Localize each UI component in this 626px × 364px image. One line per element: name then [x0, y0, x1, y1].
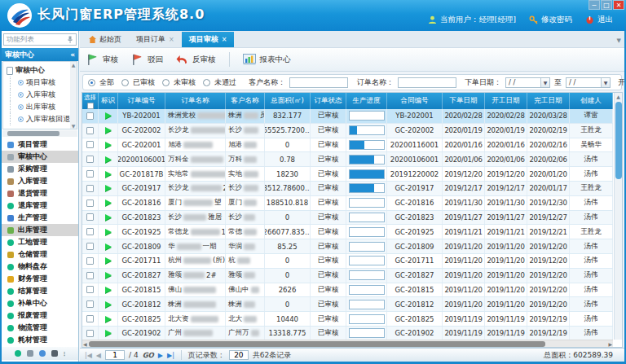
sidebar-item[interactable]: 工地管理: [2, 236, 78, 248]
pin-icon[interactable]: [67, 36, 73, 43]
sidebar-item[interactable]: 退货管理: [2, 187, 78, 200]
scroll-right-icon[interactable]: ▶: [608, 340, 612, 348]
table-row[interactable]: GC-201825 北大资 北大 10440 已审核 GC-201825 201…: [82, 312, 613, 327]
row-checkbox[interactable]: [86, 141, 94, 148]
sidebar-item[interactable]: 仓储管理: [2, 248, 78, 261]
prev-page-button[interactable]: ◀: [96, 352, 101, 359]
tree-item[interactable]: 项目审核: [10, 77, 68, 89]
header-contract-no[interactable]: 合同编号: [387, 93, 443, 109]
close-button[interactable]: ✕: [613, 0, 624, 10]
sidebar-item[interactable]: 财务管理: [2, 273, 78, 285]
header-creator[interactable]: 创建人: [570, 93, 613, 109]
row-checkbox[interactable]: [86, 257, 94, 265]
scroll-thumb[interactable]: [89, 341, 545, 347]
row-checkbox[interactable]: [86, 156, 94, 163]
row-checkbox[interactable]: [86, 200, 94, 207]
sidebar-item[interactable]: 生产管理: [2, 212, 78, 224]
table-row[interactable]: GC-202002 长沙龙 长沙 65525.7200… 已审核 GC-2020…: [82, 124, 613, 138]
table-row[interactable]: GC-202001 旭港 旭港 0 已审核 20200116001 2020/0…: [82, 138, 613, 153]
tab-project-orders[interactable]: 项目订单 ×: [129, 32, 182, 47]
table-row[interactable]: GC-201827 雅颂2# 雅颂 0 已审核 GC-201827 2019/1…: [82, 269, 613, 283]
minimize-button[interactable]: ─: [589, 0, 600, 10]
sidebar-item[interactable]: 补单中心: [2, 297, 78, 309]
page-number-input[interactable]: [105, 350, 125, 360]
tree-root[interactable]: 审核中心: [7, 64, 68, 77]
first-page-button[interactable]: |◀: [85, 352, 92, 359]
sidebar-item[interactable]: 项目管理: [2, 138, 78, 151]
audit-button[interactable]: 审核: [86, 54, 118, 66]
table-row[interactable]: GC-201823 长沙雅居 长沙 0 已审核 GC-201823 2019/1…: [82, 211, 613, 226]
order-date-to-picker[interactable]: / /▼: [566, 77, 611, 88]
tab-project-audit[interactable]: 项目审核 ×: [182, 32, 235, 47]
table-row[interactable]: GC-201812 株洲 株洲 0 已审核 GC-201812 2019/11/…: [82, 297, 613, 312]
tab-home[interactable]: 起始页: [82, 32, 129, 47]
header-order-no[interactable]: 订单编号: [118, 93, 165, 109]
tab-overflow-icon[interactable]: ▼: [617, 37, 621, 44]
next-page-button[interactable]: ▶: [158, 352, 163, 359]
sidebar-item[interactable]: 耗材管理: [2, 334, 78, 346]
table-vertical-scrollbar[interactable]: ▲: [614, 93, 622, 340]
row-checkbox[interactable]: [86, 228, 94, 235]
row-checkbox[interactable]: [86, 170, 94, 178]
collapse-icon[interactable]: «: [70, 50, 75, 59]
sidebar-item[interactable]: 采购管理: [2, 163, 78, 175]
tree-horizontal-scrollbar[interactable]: [2, 130, 77, 137]
row-checkbox[interactable]: [86, 300, 94, 308]
table-row[interactable]: GC-201902 广州 广州万 13318.775 已审核 GC-201902…: [82, 327, 613, 340]
maximize-button[interactable]: □: [601, 0, 612, 10]
row-checkbox[interactable]: [86, 243, 94, 250]
row-checkbox[interactable]: [86, 330, 94, 337]
table-row[interactable]: YB-202001 株洲党校 株洲员… 832.177 已审核 YB-20200…: [82, 109, 613, 124]
header-order-name[interactable]: 订单名称: [165, 93, 226, 109]
order-date-from-picker[interactable]: / /▼: [505, 77, 550, 88]
row-checkbox[interactable]: [86, 315, 94, 322]
radio-audited[interactable]: [121, 79, 129, 86]
footer-pen-icon[interactable]: [39, 350, 46, 357]
table-row[interactable]: GC-201809 华一期 华润 85.25 已审核 GC-201809 201…: [82, 239, 613, 254]
tree-item[interactable]: 入库审核: [10, 89, 68, 101]
sidebar-item[interactable]: 结算管理: [2, 285, 78, 297]
sidebar-item[interactable]: 物流管理: [2, 322, 78, 334]
select-all-checkbox[interactable]: [87, 103, 94, 109]
sidebar-item[interactable]: 入库管理: [2, 175, 78, 187]
unaudit-button[interactable]: 反审核: [176, 55, 216, 65]
row-checkbox[interactable]: [86, 112, 94, 120]
radio-rejected[interactable]: [203, 79, 210, 86]
header-status[interactable]: 订单状态: [311, 93, 346, 109]
footer-dot-icon[interactable]: [15, 350, 21, 357]
table-row[interactable]: GC-201816 厦门望 厦门 188510.818 已审核 GC-20181…: [82, 196, 613, 211]
header-area[interactable]: 总面积(㎡): [265, 93, 311, 109]
sidebar-item[interactable]: 退库管理: [2, 200, 78, 212]
table-row[interactable]: GC-201917 长沙龙2# 长沙 8512.78600… 已审核 GC-20…: [82, 182, 613, 196]
table-row[interactable]: GC-201815 佛山 佛山中 2626 已审核 GC-201815 2019…: [82, 283, 613, 298]
change-password-button[interactable]: 修改密码: [529, 15, 572, 25]
order-name-input[interactable]: [398, 77, 456, 88]
header-finish-date[interactable]: 完工日期: [527, 93, 570, 109]
tab-close-icon[interactable]: ×: [169, 36, 174, 43]
last-page-button[interactable]: ▶|: [167, 352, 174, 359]
sidebar-panel-header[interactable]: 审核中心 «: [2, 48, 78, 61]
sidebar-item[interactable]: 物料盘存: [2, 261, 78, 273]
table-row[interactable]: 20200106001 万科金 万科 0.78 已审核 20200106001 …: [82, 152, 613, 167]
footer-cart-icon[interactable]: [27, 350, 33, 357]
logout-button[interactable]: 退出: [585, 15, 613, 25]
radio-unaudited[interactable]: [162, 79, 170, 86]
report-center-button[interactable]: 报表中心: [243, 54, 291, 65]
customer-name-input[interactable]: [289, 77, 348, 88]
footer-box-icon[interactable]: [51, 350, 58, 357]
row-checkbox[interactable]: [86, 127, 94, 134]
scroll-left-icon[interactable]: ◀: [83, 340, 87, 348]
header-progress[interactable]: 生产进度: [346, 93, 387, 109]
header-customer[interactable]: 客户名称: [226, 93, 265, 109]
tree-item[interactable]: 入库审核回退: [10, 113, 68, 125]
radio-all[interactable]: [88, 79, 95, 86]
header-flag[interactable]: 标识: [99, 93, 118, 109]
header-start-date[interactable]: 开工日期: [485, 93, 527, 109]
scroll-thumb[interactable]: [615, 102, 622, 179]
table-row[interactable]: GC-201711 杭州(所) 杭 0 已审核 GC-201711 2019/1…: [82, 254, 613, 269]
tab-close-icon[interactable]: ×: [222, 36, 227, 43]
reject-button[interactable]: 驳回: [131, 54, 163, 66]
table-horizontal-scrollbar[interactable]: ◀ ▶: [82, 340, 613, 347]
row-checkbox[interactable]: [86, 272, 94, 279]
sidebar-item[interactable]: 报废管理: [2, 309, 78, 322]
